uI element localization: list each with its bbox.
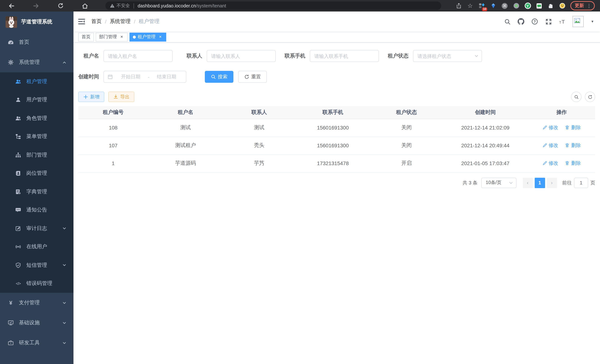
filter-mobile: 联系手机 bbox=[285, 50, 379, 62]
export-button[interactable]: 导出 bbox=[108, 92, 134, 102]
close-icon[interactable]: × bbox=[158, 34, 163, 39]
status-select[interactable] bbox=[413, 50, 482, 62]
edit-button[interactable]: 修改 bbox=[542, 160, 558, 167]
cell-status: 开启 bbox=[370, 154, 443, 172]
extension-gem-button[interactable] bbox=[490, 2, 497, 9]
next-page-button[interactable]: › bbox=[547, 177, 557, 188]
sidebar-item-label: 在线用户 bbox=[26, 243, 47, 250]
share-button[interactable] bbox=[455, 2, 462, 9]
filter-tenant-name: 租户名 bbox=[78, 50, 173, 62]
search-button[interactable]: 搜索 bbox=[205, 71, 233, 83]
sidebar-collapse-button[interactable] bbox=[78, 18, 85, 25]
tenant-name-input[interactable] bbox=[103, 50, 173, 62]
tab-label: 首页 bbox=[82, 34, 91, 40]
delete-button[interactable]: 删除 bbox=[565, 142, 581, 149]
close-icon[interactable]: × bbox=[119, 34, 124, 39]
show-search-toggle-button[interactable] bbox=[571, 92, 581, 102]
delete-button[interactable]: 删除 bbox=[565, 124, 581, 131]
navbar: 首页 / 系统管理 / 租户管理 ? bbox=[74, 11, 600, 32]
sidebar-item-notice[interactable]: 通知公告 bbox=[0, 201, 74, 219]
font-size-button[interactable]: TT bbox=[559, 18, 565, 25]
fullscreen-button[interactable] bbox=[545, 18, 552, 25]
refresh-table-button[interactable] bbox=[585, 92, 595, 102]
sidebar-logo[interactable]: 芋道管理系统 bbox=[0, 11, 74, 32]
font-size-icon: TT bbox=[559, 18, 565, 25]
tab-tenant[interactable]: 租户管理 × bbox=[130, 32, 166, 41]
date-range-picker[interactable]: 开始日期 - 结束日期 bbox=[103, 71, 186, 83]
browser-back-button[interactable] bbox=[7, 2, 16, 10]
extension-command-button[interactable]: ⌘ bbox=[501, 2, 508, 9]
sidebar-item-role[interactable]: 角色管理 bbox=[0, 109, 74, 127]
end-date-placeholder[interactable]: 结束日期 bbox=[151, 74, 182, 80]
extension-chat-button[interactable] bbox=[536, 2, 543, 9]
breadcrumb-home[interactable]: 首页 bbox=[91, 18, 102, 25]
sidebar-item-user[interactable]: 用户管理 bbox=[0, 91, 74, 109]
avatar[interactable] bbox=[572, 16, 584, 27]
sidebar-item-audit-log[interactable]: 审计日志 bbox=[0, 219, 74, 238]
page-size-input[interactable] bbox=[481, 177, 516, 188]
tab-home[interactable]: 首页 bbox=[78, 32, 94, 41]
delete-label: 删除 bbox=[571, 160, 581, 167]
emoji-extension-icon bbox=[559, 3, 565, 9]
sidebar-item-post[interactable]: 岗位管理 bbox=[0, 164, 74, 183]
sidebar-item-infrastructure[interactable]: 基础设施 bbox=[0, 313, 74, 333]
page-size-select[interactable] bbox=[481, 177, 516, 188]
edit-button[interactable]: 修改 bbox=[542, 124, 558, 131]
users-icon bbox=[15, 115, 21, 121]
table-row: 108 测试 测试 15601691300 关闭 2021-12-14 21:0… bbox=[78, 119, 595, 137]
add-button[interactable]: 新增 bbox=[78, 92, 104, 102]
extension-tabs-button[interactable]: 10 bbox=[478, 2, 485, 9]
reset-button[interactable]: 重置 bbox=[238, 71, 267, 83]
github-button[interactable] bbox=[518, 18, 524, 25]
puzzle-icon bbox=[548, 3, 554, 9]
sidebar-item-error-code[interactable]: </> 错误码管理 bbox=[0, 274, 74, 293]
tab-dept[interactable]: 部门管理 × bbox=[96, 32, 128, 41]
col-mobile: 联系手机 bbox=[295, 106, 370, 119]
sidebar-item-label: 错误码管理 bbox=[26, 280, 52, 287]
cell-actions: 修改 删除 bbox=[528, 154, 595, 172]
help-button[interactable]: ? bbox=[531, 18, 538, 25]
bookmark-star-button[interactable]: ☆ bbox=[467, 2, 473, 9]
sidebar-item-payment[interactable]: ¥ 支付管理 bbox=[0, 293, 74, 313]
sidebar-item-home[interactable]: 首页 bbox=[0, 32, 74, 52]
sidebar-item-menu[interactable]: 菜单管理 bbox=[0, 127, 74, 146]
browser-update-button[interactable]: 更新 ⋮ bbox=[570, 1, 595, 10]
delete-button[interactable]: 删除 bbox=[565, 160, 581, 167]
avatar-caret-icon[interactable]: ▼ bbox=[591, 20, 594, 23]
goto-page: 前往 页 bbox=[562, 177, 595, 188]
sidebar-item-dept[interactable]: 部门管理 bbox=[0, 146, 74, 164]
sidebar-item-tenant[interactable]: 租户管理 bbox=[0, 72, 74, 91]
sidebar-item-dict[interactable]: 字典管理 bbox=[0, 183, 74, 201]
sidebar-item-sms[interactable]: 短信管理 bbox=[0, 256, 74, 274]
breadcrumb-system[interactable]: 系统管理 bbox=[110, 18, 131, 25]
header-search-button[interactable] bbox=[504, 18, 511, 25]
chevron-up-icon bbox=[62, 60, 66, 64]
page-number-1[interactable]: 1 bbox=[534, 177, 545, 188]
sidebar-item-system[interactable]: 系统管理 bbox=[0, 52, 74, 72]
browser-reload-button[interactable] bbox=[56, 2, 65, 10]
edit-button[interactable]: 修改 bbox=[542, 142, 558, 149]
dictionary-icon bbox=[15, 189, 21, 195]
browser-menu-icon[interactable]: ⋮ bbox=[587, 3, 591, 9]
extensions-puzzle-button[interactable] bbox=[547, 2, 554, 9]
broadcast-icon bbox=[15, 244, 21, 250]
goto-page-input[interactable] bbox=[574, 177, 588, 188]
contact-input[interactable] bbox=[207, 50, 276, 62]
sidebar-item-devtools[interactable]: 研发工具 bbox=[0, 333, 74, 353]
extension-y-button[interactable]: Y bbox=[524, 2, 531, 9]
sidebar-item-online-users[interactable]: 在线用户 bbox=[0, 238, 74, 256]
security-label[interactable]: 不安全 bbox=[116, 3, 130, 9]
extension-emoji-button[interactable] bbox=[559, 2, 565, 9]
start-date-placeholder[interactable]: 开始日期 bbox=[115, 74, 146, 80]
sidebar-item-label: 通知公告 bbox=[26, 207, 47, 214]
system-submenu: 租户管理 用户管理 角色管理 菜单管理 部门管理 bbox=[0, 72, 74, 293]
cell-contact: 秃头 bbox=[223, 137, 295, 154]
field-label: 创建时间 bbox=[78, 74, 99, 80]
browser-home-button[interactable] bbox=[81, 2, 89, 10]
mobile-input[interactable] bbox=[310, 50, 379, 62]
browser-forward-button[interactable] bbox=[32, 2, 40, 10]
status-select-input[interactable] bbox=[413, 50, 482, 62]
url-bar[interactable]: 不安全 dashboard.yudao.iocoder.cn /system/t… bbox=[105, 1, 441, 10]
extension-record-button[interactable] bbox=[513, 2, 519, 9]
prev-page-button[interactable]: ‹ bbox=[523, 177, 533, 188]
